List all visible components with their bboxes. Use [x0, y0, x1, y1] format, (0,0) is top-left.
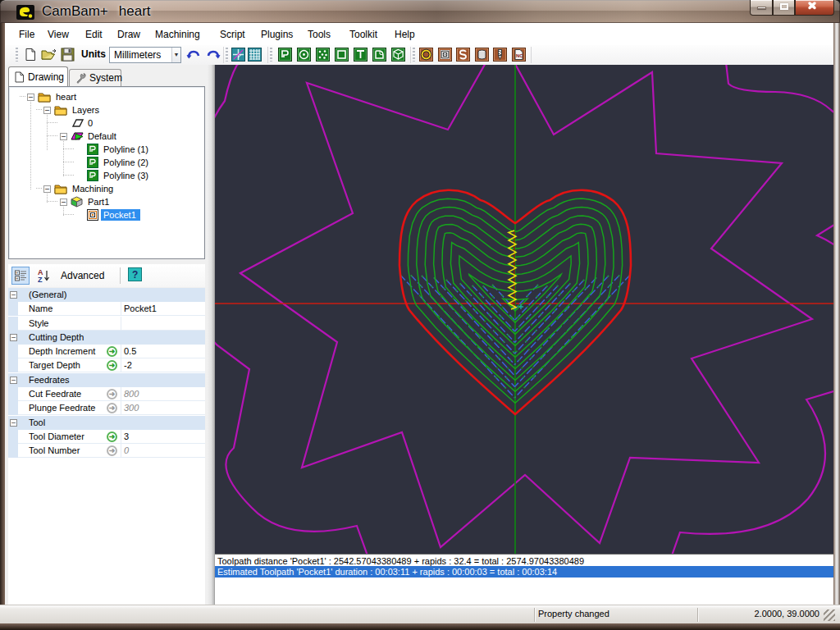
svg-text:NC: NC [516, 53, 523, 58]
svg-text:+: + [16, 270, 19, 275]
svg-text:Z: Z [38, 276, 43, 283]
svg-text:+: + [16, 276, 19, 281]
